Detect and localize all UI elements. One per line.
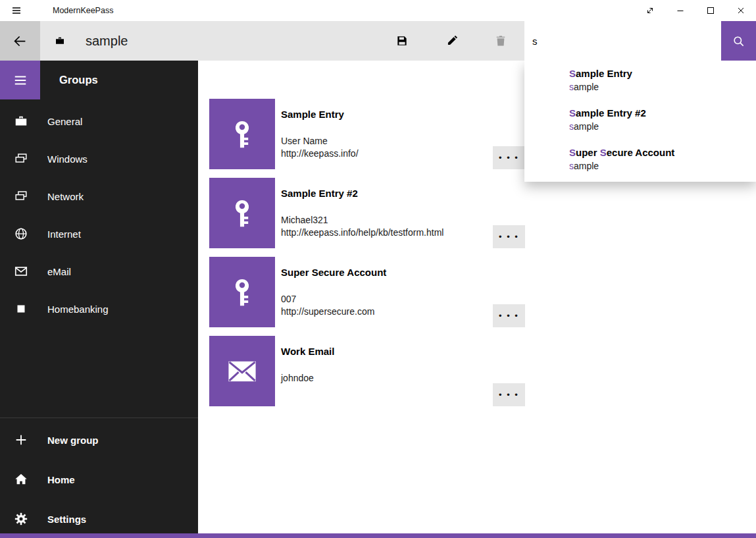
suggestion-title: Super Secure Account bbox=[569, 146, 748, 159]
sidebar-item-homebanking[interactable]: Homebanking bbox=[0, 290, 198, 327]
entry-tile bbox=[209, 99, 275, 169]
monitors-icon bbox=[14, 189, 28, 203]
sidebar-hamburger-button[interactable] bbox=[0, 61, 40, 99]
globe-icon bbox=[14, 227, 28, 241]
sidebar-item-label: eMail bbox=[47, 265, 71, 277]
entry-tile bbox=[209, 257, 275, 327]
entry-title: Work Email bbox=[281, 345, 486, 358]
maximize-button[interactable] bbox=[695, 0, 726, 21]
titlebar-hamburger-button[interactable] bbox=[4, 0, 29, 21]
sidebar-divider bbox=[0, 417, 198, 418]
sidebar-item-label: Windows bbox=[47, 153, 88, 164]
more-icon: • • • bbox=[499, 153, 519, 163]
delete-button[interactable] bbox=[485, 21, 517, 61]
sidebar-item-label: Home bbox=[47, 474, 75, 485]
sidebar-item-windows[interactable]: Windows bbox=[0, 140, 198, 177]
command-bar: sample bbox=[0, 21, 756, 61]
database-title: sample bbox=[86, 21, 128, 61]
entry-row[interactable]: Work Email johndoe • • • bbox=[198, 336, 525, 406]
close-button[interactable] bbox=[726, 0, 756, 21]
more-icon: • • • bbox=[499, 390, 519, 400]
entry-url: http://keepass.info/help/kb/testform.htm… bbox=[281, 227, 486, 239]
app-title: ModernKeePass bbox=[53, 0, 113, 21]
sidebar-item-home[interactable]: Home bbox=[0, 460, 198, 499]
square-icon bbox=[14, 302, 28, 316]
entry-tile bbox=[209, 178, 275, 248]
suggestion-item[interactable]: Super Secure Account sample bbox=[524, 140, 756, 179]
entry-url: http://keepass.info/ bbox=[281, 148, 486, 160]
search-button[interactable] bbox=[721, 21, 756, 61]
entry-more-button[interactable]: • • • bbox=[493, 304, 525, 327]
maximize-icon bbox=[706, 6, 715, 15]
entry-username: User Name bbox=[281, 135, 486, 148]
entry-title: Sample Entry #2 bbox=[281, 187, 486, 200]
entry-info: Super Secure Account 007 http://supersec… bbox=[281, 257, 486, 318]
entry-url: http://supersecure.com bbox=[281, 306, 486, 318]
entry-more-button[interactable]: • • • bbox=[493, 146, 525, 169]
monitors-icon bbox=[14, 151, 28, 166]
sidebar-item-general[interactable]: General bbox=[0, 102, 198, 140]
entry-more-button[interactable]: • • • bbox=[493, 383, 525, 406]
suggestion-subtitle: sample bbox=[569, 120, 748, 133]
minimize-button[interactable] bbox=[665, 0, 695, 21]
search-input[interactable] bbox=[524, 21, 721, 61]
suggestion-item[interactable]: Sample Entry #2 sample bbox=[524, 100, 756, 140]
entry-username: 007 bbox=[281, 293, 486, 306]
home-icon bbox=[14, 472, 28, 487]
edit-pencil-icon bbox=[445, 34, 459, 47]
search-icon bbox=[732, 35, 745, 47]
trash-icon bbox=[494, 34, 507, 47]
suggestion-subtitle: sample bbox=[569, 80, 748, 94]
save-button[interactable] bbox=[386, 21, 418, 61]
sidebar-item-email[interactable]: eMail bbox=[0, 252, 198, 290]
save-icon bbox=[395, 34, 409, 47]
accent-bottom-bar bbox=[0, 533, 756, 538]
entry-row[interactable]: Sample Entry #2 Michael321 http://keepas… bbox=[198, 178, 525, 248]
back-button[interactable] bbox=[0, 21, 40, 61]
minimize-icon bbox=[676, 6, 685, 15]
entry-info: Sample Entry User Name http://keepass.in… bbox=[281, 99, 486, 160]
hamburger-icon bbox=[13, 73, 28, 88]
key-icon bbox=[227, 119, 257, 149]
sidebar-item-new-group[interactable]: New group bbox=[0, 420, 198, 460]
expand-icon bbox=[645, 6, 655, 15]
plus-icon bbox=[14, 433, 28, 447]
suggestion-item[interactable]: Sample Entry sample bbox=[524, 61, 756, 100]
close-icon bbox=[736, 6, 745, 15]
back-arrow-icon bbox=[13, 34, 27, 48]
sidebar-actions: New group Home Settings bbox=[0, 420, 198, 538]
sidebar-item-settings[interactable]: Settings bbox=[0, 499, 198, 538]
sidebar-item-network[interactable]: Network bbox=[0, 177, 198, 215]
entry-row[interactable]: Sample Entry User Name http://keepass.in… bbox=[198, 99, 525, 169]
entry-title: Sample Entry bbox=[281, 108, 486, 121]
sidebar-item-label: New group bbox=[47, 435, 99, 446]
expand-button[interactable] bbox=[635, 0, 665, 21]
suggestion-subtitle: sample bbox=[569, 159, 748, 173]
sidebar-item-label: Internet bbox=[47, 228, 81, 239]
entry-row[interactable]: Super Secure Account 007 http://supersec… bbox=[198, 257, 525, 327]
mail-icon bbox=[14, 264, 28, 279]
entry-username: johndoe bbox=[281, 372, 486, 385]
database-briefcase-icon bbox=[55, 36, 65, 46]
entry-tile bbox=[209, 336, 275, 406]
entry-username: Michael321 bbox=[281, 214, 486, 227]
briefcase-icon bbox=[14, 114, 28, 128]
entry-info: Sample Entry #2 Michael321 http://keepas… bbox=[281, 178, 486, 239]
groups-heading: Groups bbox=[59, 61, 98, 99]
search-suggestions: Sample Entry sample Sample Entry #2 samp… bbox=[524, 61, 756, 182]
mail-icon bbox=[225, 354, 259, 389]
entry-info: Work Email johndoe bbox=[281, 336, 486, 385]
hamburger-icon bbox=[11, 5, 22, 16]
sidebar-item-label: Network bbox=[47, 190, 84, 202]
sidebar-item-label: Homebanking bbox=[47, 303, 109, 314]
suggestion-title: Sample Entry bbox=[569, 67, 748, 80]
sidebar-item-label: General bbox=[47, 115, 82, 126]
key-icon bbox=[227, 277, 257, 308]
entry-more-button[interactable]: • • • bbox=[493, 225, 525, 248]
more-icon: • • • bbox=[499, 311, 519, 321]
key-icon bbox=[227, 198, 257, 229]
sidebar-item-internet[interactable]: Internet bbox=[0, 215, 198, 252]
gear-icon bbox=[14, 512, 28, 526]
sidebar: Groups General Windows Network Internet … bbox=[0, 61, 198, 538]
edit-button[interactable] bbox=[436, 21, 468, 61]
